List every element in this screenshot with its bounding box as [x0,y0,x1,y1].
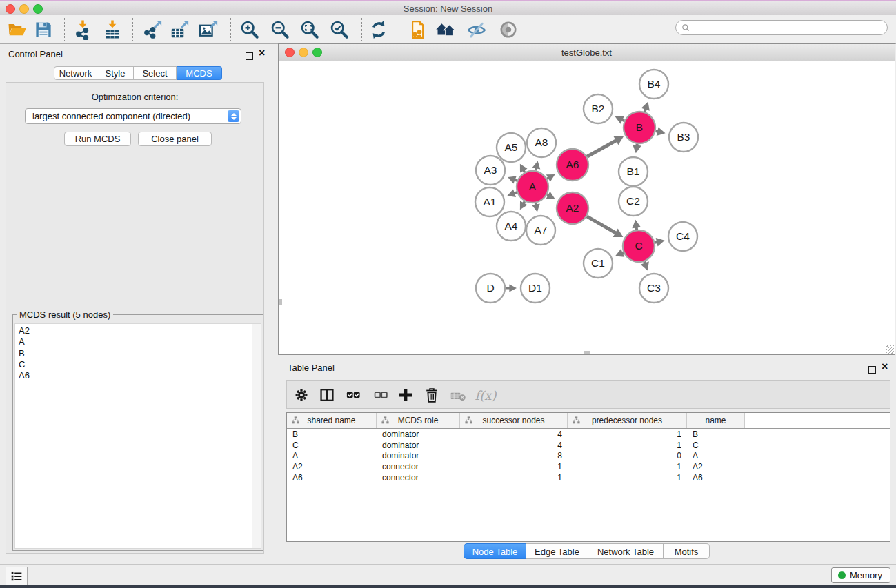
close-panel-button[interactable]: × [882,363,888,371]
tab-node-table[interactable]: Node Table [464,543,526,559]
table-cell[interactable]: 1 [460,462,568,472]
graph-node-label-B3: B3 [677,131,690,143]
task-history-button[interactable] [6,567,28,585]
select-stepper[interactable] [228,110,239,122]
zoom-fit-button[interactable] [298,18,321,41]
table-cell[interactable]: 0 [568,451,687,460]
open-file-button[interactable] [6,18,29,41]
table-cell[interactable]: A [687,451,745,460]
mcds-result-item[interactable]: A2 [15,325,261,336]
table-cell[interactable]: 4 [460,429,568,439]
table-cell[interactable]: A6 [287,473,377,483]
column-header-predecessor-nodes[interactable]: predecessor nodes [568,413,687,428]
delete-table-button-disabled[interactable] [448,385,468,405]
export-image-button[interactable] [197,18,220,41]
graph-edge-A6-B[interactable] [587,141,617,157]
table-cell[interactable]: A2 [687,462,745,472]
graph-node-label-A3: A3 [484,164,497,176]
window-resize-grip[interactable] [886,345,894,354]
column-label: MCDS role [398,416,439,425]
run-mcds-button[interactable]: Run MCDS [64,132,131,146]
export-image-icon [198,19,219,40]
zoom-in-button[interactable] [238,18,261,41]
table-row[interactable]: Bdominator41B [287,429,890,440]
zoom-out-button[interactable] [268,18,292,41]
show-details-button[interactable] [497,18,520,41]
column-header-MCDS-role[interactable]: MCDS role [377,413,460,428]
column-label: shared name [307,416,355,425]
function-builder-button-disabled[interactable]: f(x) [472,385,499,405]
float-panel-button[interactable] [246,50,253,63]
table-row[interactable]: Cdominator41C [287,440,890,451]
table-cell[interactable]: 1 [568,440,687,450]
mcds-result-item[interactable]: B [15,348,261,359]
refresh-layout-button[interactable] [367,18,390,41]
search-input[interactable] [694,22,882,33]
table-cell[interactable]: connector [377,462,460,472]
close-panel-button[interactable]: × [259,49,265,57]
import-network-button[interactable] [71,18,94,41]
zoom-selected-button[interactable] [328,18,351,41]
export-network-button[interactable] [141,18,164,41]
tab-select[interactable]: Select [134,66,177,80]
mcds-result-item[interactable]: A6 [15,370,261,381]
memory-button[interactable]: Memory [831,567,890,583]
search-field[interactable] [675,20,888,35]
column-header-successor-nodes[interactable]: successor nodes [460,413,568,428]
mcds-result-list[interactable]: A2ABCA6 [14,323,261,549]
table-cell[interactable]: 1 [568,429,687,439]
table-row[interactable]: A6connector11A6 [287,472,890,483]
tab-mcds[interactable]: MCDS [177,66,222,80]
graph-node-label-A1: A1 [484,196,497,207]
table-cell[interactable]: 1 [460,473,568,483]
deselect-all-button[interactable] [370,385,391,405]
graph-node-label-D1: D1 [528,282,542,294]
list-scrollbar[interactable] [252,324,261,548]
optimization-criterion-select[interactable]: largest connected component (directed) [25,108,241,124]
table-cell[interactable]: A2 [287,462,377,472]
tab-edge-table[interactable]: Edge Table [526,543,588,559]
hide-details-button[interactable] [465,18,488,41]
table-cell[interactable]: connector [377,473,460,483]
table-cell[interactable]: C [287,440,377,450]
table-cell[interactable]: A [287,451,377,460]
tab-network[interactable]: Network [54,66,97,80]
network-canvas[interactable]: B4B2BB3A8A5A6A3B1AC2A1A2A4A7C4CC1C3DD1 [279,61,895,354]
show-column-button[interactable] [317,385,337,405]
vertical-scroll-nub[interactable] [279,299,282,305]
table-cell[interactable]: 1 [568,462,687,472]
column-header-name[interactable]: name [687,413,745,428]
delete-column-button[interactable] [421,385,442,405]
tab-style[interactable]: Style [97,66,134,80]
save-session-button[interactable] [32,18,55,41]
network-graph[interactable]: B4B2BB3A8A5A6A3B1AC2A1A2A4A7C4CC1C3DD1 [279,61,895,354]
horizontal-scroll-nub[interactable] [584,351,590,354]
select-all-button[interactable] [343,385,364,405]
table-row[interactable]: A2connector11A2 [287,461,890,472]
table-cell[interactable]: 8 [460,451,568,460]
table-cell[interactable]: 1 [568,473,687,483]
tab-network-table[interactable]: Network Table [588,543,664,559]
duplicate-network-button[interactable] [406,18,429,41]
export-table-button[interactable] [168,18,191,41]
mcds-result-item[interactable]: C [15,359,261,370]
tab-motifs[interactable]: Motifs [664,543,710,559]
table-settings-button[interactable] [291,385,312,405]
table-cell[interactable]: dominator [377,440,460,450]
graph-edge-A2-C[interactable] [587,216,616,233]
import-table-button[interactable] [101,18,124,41]
column-header-shared-name[interactable]: shared name [287,413,377,428]
add-column-button[interactable] [395,385,416,405]
table-cell[interactable]: A6 [687,473,745,483]
table-cell[interactable]: 4 [460,440,568,450]
table-cell[interactable]: B [287,429,377,439]
mcds-result-item[interactable]: A [15,336,261,347]
float-panel-button[interactable] [868,364,876,376]
home-view-button[interactable] [434,18,457,41]
table-cell[interactable]: dominator [377,429,460,439]
table-cell[interactable]: dominator [377,451,460,460]
table-cell[interactable]: B [687,429,745,439]
table-row[interactable]: Adominator80A [287,451,890,462]
table-cell[interactable]: C [687,440,745,450]
close-panel-action-button[interactable]: Close panel [138,132,212,146]
